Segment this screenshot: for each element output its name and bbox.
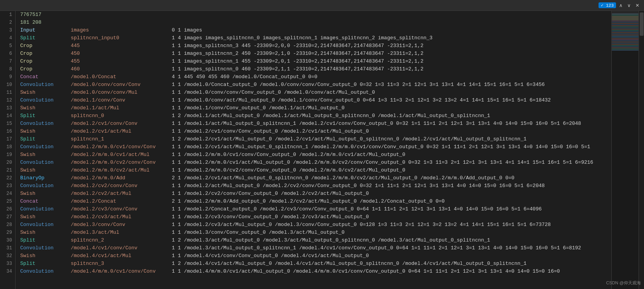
main-area: ✓ 123 ∧ ∨ ✕ 1234567891011121314151617181… — [0, 0, 644, 289]
code-line[interactable]: Convolution/model.0/conv/conv/Conv1 1 /m… — [16, 81, 611, 89]
cell-rest: 1 2 /model.3/act/Mul_output_0 /model.3/a… — [172, 236, 490, 244]
cell-name: /model.2/m/m.0/cv2/act/Mul — [71, 166, 172, 174]
code-line[interactable]: Concat/model.2/Concat2 1 /model.2/m/m.0/… — [16, 198, 611, 205]
code-content[interactable]: 7767517181 208Inputimages0 1 imagesSplit… — [16, 11, 611, 289]
prev-match-button[interactable]: ∧ — [618, 2, 624, 9]
cell-name: /model.2/cv1/act/Mul — [71, 128, 172, 135]
line-number: 24 — [0, 190, 15, 198]
cell-name: /model.4/cv1/act/Mul — [71, 252, 172, 260]
cell-name: /model.1/conv/Conv — [71, 96, 172, 104]
cell-rest: 1 1 /model.2/m/m.0/cv2/conv/Conv_output_… — [172, 166, 405, 174]
cell-type: Split — [20, 135, 71, 143]
code-line[interactable]: Swish/model.4/cv1/act/Mul1 1 /model.4/cv… — [16, 252, 611, 260]
cell-name: /model.0/conv/conv/Mul — [71, 89, 172, 96]
line-number: 8 — [0, 65, 15, 73]
code-line[interactable]: Convolution/model.2/cv2/conv/Conv1 1 /mo… — [16, 182, 611, 190]
code-line[interactable]: Splitsplitncnn_31 2 /model.4/cv1/act/Mul… — [16, 260, 611, 268]
line-number: 30 — [0, 236, 15, 244]
code-line[interactable]: Swish/model.2/cv2/act/Mul1 1 /model.2/cv… — [16, 190, 611, 198]
line-number: 22 — [0, 174, 15, 182]
code-line[interactable]: Swish/model.1/act/Mul1 1 /model.1/conv/C… — [16, 104, 611, 112]
line-number: 34 — [0, 268, 15, 275]
code-line[interactable]: Convolution/model.4/cv1/conv/Conv1 1 /mo… — [16, 244, 611, 252]
code-line[interactable]: Crop4601 1 images_splitncnn_0 460 -23309… — [16, 65, 611, 73]
cell-type: Crop — [20, 50, 71, 58]
cell-type: Swish — [20, 128, 71, 135]
code-line[interactable]: Convolution/model.2/cv1/conv/Conv1 1 /mo… — [16, 120, 611, 128]
line-number: 2 — [0, 19, 15, 26]
next-match-button[interactable]: ∨ — [626, 2, 632, 9]
code-line[interactable]: Convolution/model.2/m/m.0/cv2/conv/Conv1… — [16, 159, 611, 166]
cell-name: /model.2/cv1/conv/Conv — [71, 120, 172, 128]
cell-type: Split — [20, 112, 71, 120]
scrollbar-thumb[interactable] — [640, 12, 644, 36]
code-line[interactable]: Swish/model.3/act/Mul1 1 /model.3/conv/C… — [16, 229, 611, 236]
code-line[interactable]: Swish/model.0/conv/conv/Mul1 1 /model.0/… — [16, 89, 611, 96]
code-line[interactable]: Swish/model.2/cv1/act/Mul1 1 /model.2/cv… — [16, 128, 611, 135]
cell-name: /model.2/m/m.0/cv2/conv/Conv — [71, 159, 172, 166]
code-line[interactable]: Inputimages0 1 images — [16, 26, 611, 34]
line-number: 25 — [0, 198, 15, 205]
code-line[interactable]: Convolution/model.1/conv/Conv1 1 /model.… — [16, 96, 611, 104]
code-line[interactable]: Swish/model.2/m/m.0/cv2/act/Mul1 1 /mode… — [16, 166, 611, 174]
code-line[interactable]: Crop4451 1 images_splitncnn_3 445 -23309… — [16, 42, 611, 50]
cell-name: /model.4/m/m.0/cv1/conv/Conv — [71, 268, 172, 275]
code-line[interactable]: Splitsplitncnn_21 2 /model.3/act/Mul_out… — [16, 236, 611, 244]
code-line[interactable]: Splitsplitncnn_11 2 /model.2/cv1/act/Mul… — [16, 135, 611, 143]
cell-type: Concat — [20, 198, 71, 205]
cell-rest: 1 1 images_splitncnn_3 445 -23309=2,0,0 … — [172, 42, 424, 50]
cell-rest: 1 1 /model.0/Concat_output_0 /model.0/co… — [172, 81, 545, 89]
line-number: 21 — [0, 166, 15, 174]
cell-name: splitncnn_input0 — [71, 34, 172, 42]
cell-rest: 1 1 /model.2/cv1/conv/Conv_output_0 /mod… — [172, 128, 369, 135]
cell-type: Convolution — [20, 205, 71, 213]
cell-name: /model.2/cv2/conv/Conv — [71, 182, 172, 190]
cell-name: /model.0/Concat — [71, 73, 172, 81]
code-line[interactable]: Splitsplitncnn_01 2 /model.1/act/Mul_out… — [16, 112, 611, 120]
line-number: 28 — [0, 221, 15, 229]
cell-name: splitncnn_3 — [71, 260, 172, 268]
line-number: 16 — [0, 128, 15, 135]
cell-type: Crop — [20, 42, 71, 50]
line-number: 7 — [0, 58, 15, 65]
cell-name: splitncnn_2 — [71, 236, 172, 244]
code-line[interactable]: Swish/model.2/cv3/act/Mul1 1 /model.2/cv… — [16, 213, 611, 221]
code-line[interactable]: Crop4501 1 images_splitncnn_2 450 -23309… — [16, 50, 611, 58]
code-line[interactable]: Concat/model.0/Concat4 1 445 450 455 460… — [16, 73, 611, 81]
cell-name: 445 — [71, 42, 172, 50]
cell-name: splitncnn_1 — [71, 135, 172, 143]
cell-type: Swish — [20, 213, 71, 221]
cell-type: Swish — [20, 104, 71, 112]
code-line[interactable]: BinaryOp/model.2/m/m.0/Add2 1 /model.2/c… — [16, 174, 611, 182]
code-line[interactable]: 7767517 — [16, 11, 611, 19]
line-number: 33 — [0, 260, 15, 268]
code-line[interactable]: Convolution/model.3/conv/Conv1 1 /model.… — [16, 221, 611, 229]
code-line[interactable]: Convolution/model.4/m/m.0/cv1/conv/Conv1… — [16, 268, 611, 275]
code-line[interactable]: Convolution/model.2/cv3/conv/Conv1 1 /mo… — [16, 205, 611, 213]
cell-name: /model.2/m/m.0/cv1/act/Mul — [71, 151, 172, 159]
cell-name: /model.1/act/Mul — [71, 104, 172, 112]
line-number: 29 — [0, 229, 15, 236]
code-area: 1234567891011121314151617181920212223242… — [0, 11, 644, 289]
cell-type: Crop — [20, 58, 71, 65]
code-line[interactable]: Crop4551 1 images_splitncnn_1 455 -23309… — [16, 58, 611, 65]
cell-type: Convolution — [20, 221, 71, 229]
close-search-button[interactable]: ✕ — [634, 2, 641, 9]
code-line[interactable]: 181 208 — [16, 19, 611, 26]
cell-type: Convolution — [20, 81, 71, 89]
cell-name: /model.3/conv/Conv — [71, 221, 172, 229]
line-number: 6 — [0, 50, 15, 58]
cell-type: Split — [20, 34, 71, 42]
cell-rest: 1 2 /model.2/cv1/act/Mul_output_0 /model… — [172, 135, 527, 143]
code-line[interactable]: Splitsplitncnn_input01 4 images images_s… — [16, 34, 611, 42]
cell-type: Convolution — [20, 268, 71, 275]
cell-rest: 1 1 /model.2/Concat_output_0 /model.2/cv… — [172, 205, 542, 213]
cell-rest: 1 1 /model.2/cv3/conv/Conv_output_0 /mod… — [172, 213, 369, 221]
line-number: 32 — [0, 252, 15, 260]
scrollbar-area[interactable] — [639, 11, 644, 289]
cell-name: /model.2/Concat — [71, 198, 172, 205]
cell-rest: 2 1 /model.2/m/m.0/Add_output_0 /model.2… — [172, 198, 445, 205]
code-line[interactable]: Convolution/model.2/m/m.0/cv1/conv/Conv1… — [16, 143, 611, 151]
cell-rest: 1 2 /model.1/act/Mul_output_0 /model.1/a… — [172, 112, 490, 120]
code-line[interactable]: Swish/model.2/m/m.0/cv1/act/Mul1 1 /mode… — [16, 151, 611, 159]
